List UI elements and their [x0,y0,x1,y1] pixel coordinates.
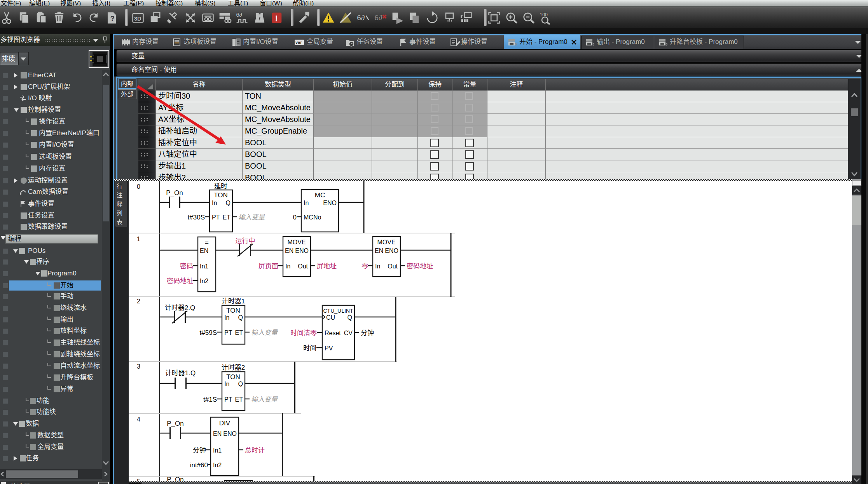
svg-text:t#59S: t#59S [200,329,217,336]
svg-text:ET: ET [223,214,231,221]
svg-text:CTU_ULINT: CTU_ULINT [323,308,353,314]
svg-text:In: In [224,381,229,387]
svg-text:计时器2.Q: 计时器2.Q [165,304,195,312]
svg-text:ET: ET [235,329,243,336]
svg-text:100: 100 [540,12,548,17]
svg-text:ENO: ENO [385,247,398,254]
svg-text:int#60: int#60 [190,461,208,469]
svg-text:CU: CU [326,314,335,321]
svg-text:时间: 时间 [303,345,316,352]
svg-text:6∂: 6∂ [357,14,365,22]
svg-text:ENO: ENO [223,430,237,437]
svg-text:5: 5 [137,478,140,481]
svg-text:ENO: ENO [323,200,337,206]
svg-text:屏地址: 屏地址 [317,263,337,270]
svg-text:2: 2 [137,298,140,305]
svg-text:TON: TON [226,373,240,381]
svg-text:MOVE: MOVE [287,239,306,245]
svg-text:3: 3 [137,363,140,370]
svg-text:Q: Q [238,314,243,321]
svg-text:延时: 延时 [214,183,227,190]
svg-text:密码地址: 密码地址 [167,277,193,285]
svg-text:TON: TON [226,307,240,314]
svg-text:总时计: 总时计 [245,447,265,454]
svg-text:In: In [224,314,229,321]
svg-text:MCNo: MCNo [304,214,321,221]
svg-text:Out: Out [298,263,308,270]
svg-text:CV: CV [344,330,353,336]
svg-text:In1: In1 [213,447,222,454]
svg-text:4: 4 [137,416,140,423]
svg-text:EN: EN [285,247,293,254]
svg-text:EN: EN [213,430,222,437]
svg-text:0: 0 [137,183,140,190]
svg-text:运行中: 运行中 [236,237,255,245]
svg-text:P_On: P_On [166,189,183,197]
svg-text:计时器1.Q: 计时器1.Q [165,369,196,377]
svg-text:密码地址: 密码地址 [407,263,433,270]
svg-text:3D: 3D [134,16,141,22]
svg-text:t#1S: t#1S [203,396,217,403]
svg-text:In2: In2 [213,462,222,468]
svg-text:密码: 密码 [180,263,193,270]
svg-text:t#30S: t#30S [188,214,205,221]
svg-text:计时器1: 计时器1 [222,298,245,305]
svg-text:PV: PV [325,345,333,352]
svg-text:P_On: P_On [167,420,183,427]
svg-text:0: 0 [293,214,297,221]
svg-text:In: In [212,200,217,206]
svg-text:输入变量: 输入变量 [251,329,278,336]
svg-text:Q: Q [348,314,352,321]
svg-text:输入变量: 输入变量 [251,396,278,403]
svg-text:P_On: P_On [167,476,183,481]
svg-text:!: ! [275,14,278,23]
svg-text:MOVE: MOVE [377,239,395,245]
svg-text:屏页面: 屏页面 [258,263,278,270]
svg-text:PT: PT [224,329,232,336]
svg-text:In: In [285,263,290,270]
svg-text:分钟: 分钟 [361,329,374,337]
svg-text:=: = [205,239,209,246]
svg-text:PT: PT [224,396,232,403]
svg-text:DIV: DIV [219,420,231,427]
svg-text:分钟: 分钟 [193,447,206,454]
svg-text:In: In [375,263,380,270]
svg-text:In2: In2 [200,278,208,284]
svg-text:时间清零: 时间清零 [290,329,317,337]
svg-text:In1: In1 [200,263,208,270]
svg-text:Q: Q [238,381,243,387]
svg-text:?: ? [110,15,115,23]
svg-text:EN: EN [200,247,208,254]
svg-text:PT: PT [212,214,220,221]
svg-text:6∂: 6∂ [374,14,382,22]
svg-text:输入变量: 输入变量 [238,214,265,221]
svg-text:1: 1 [137,236,140,242]
svg-text:零: 零 [362,263,368,270]
svg-text:TON: TON [214,192,228,199]
svg-text:EN: EN [375,247,383,254]
svg-text:6∂: 6∂ [236,12,242,18]
svg-text:var: var [295,40,302,45]
svg-text:ET: ET [235,396,243,403]
svg-text:Q: Q [226,200,231,206]
svg-text:Out: Out [388,263,398,270]
svg-text:Reset: Reset [325,330,341,336]
svg-text:计时器2: 计时器2 [222,364,245,371]
svg-text:MC: MC [315,192,325,199]
svg-text:ENO: ENO [295,247,309,254]
svg-text:In: In [304,200,309,206]
